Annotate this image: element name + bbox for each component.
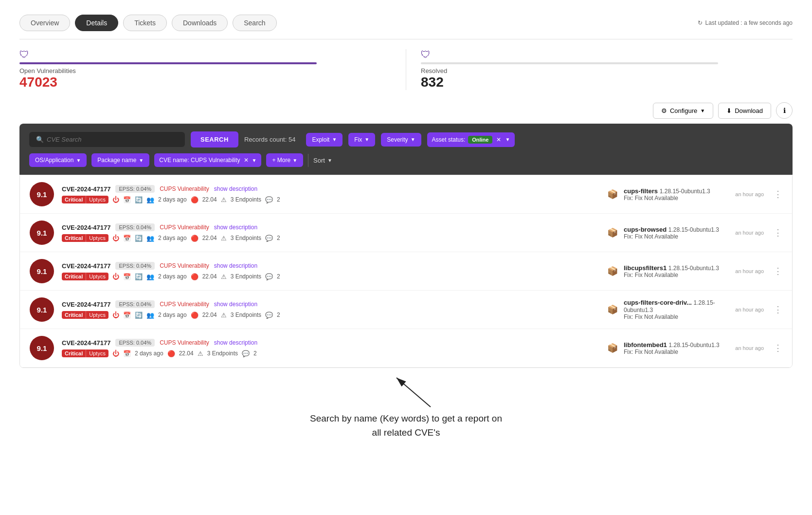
comment-icon: 💬: [265, 196, 273, 203]
power-icon: ⏻: [112, 311, 119, 319]
tab-search[interactable]: Search: [233, 15, 276, 31]
severity-badge: Critical Uptycs: [62, 196, 108, 203]
show-description-link[interactable]: show description: [214, 224, 257, 231]
severity-badge: Critical Uptycs: [62, 234, 108, 242]
cups-vulnerability-link[interactable]: CUPS Vulnerability: [160, 224, 209, 231]
nav-tabs: Overview Details Tickets Downloads Searc…: [19, 15, 277, 31]
stats-section: 🛡 Open Vulnerabilities 47023 🛡 Resolved …: [19, 39, 793, 95]
pkg-fix: Fix: Fix Not Available: [624, 349, 724, 355]
show-description-link[interactable]: show description: [214, 185, 257, 192]
user-icon: 👥: [146, 196, 154, 203]
pkg-name: libcupsfilters1: [624, 264, 667, 272]
power-icon: ⏻: [112, 196, 119, 203]
cve-id: CVE-2024-47177: [62, 301, 110, 308]
cups-vulnerability-link[interactable]: CUPS Vulnerability: [160, 339, 209, 346]
cve-id: CVE-2024-47177: [62, 185, 110, 193]
comments: 2: [277, 235, 280, 241]
endpoints: 3 Endpoints: [231, 196, 261, 203]
pkg-fix: Fix: Fix Not Available: [624, 313, 724, 320]
os-version: 22.04: [179, 350, 194, 357]
show-description-link[interactable]: show description: [214, 301, 257, 308]
download-button[interactable]: ⬇ Download: [718, 103, 771, 119]
os-version: 22.04: [202, 235, 217, 241]
os-icon: 🔴: [191, 235, 198, 242]
fix-caret-icon: ▼: [364, 137, 369, 142]
gear-icon: ⚙: [661, 107, 667, 114]
comments: 2: [277, 312, 280, 318]
records-count: Records count: 54: [244, 136, 296, 143]
caret-down-icon: ▼: [700, 108, 705, 113]
show-description-link[interactable]: show description: [214, 339, 257, 346]
package-info: cups-browsed 1.28.15-0ubuntu1.3 Fix: Fix…: [624, 226, 724, 240]
package-icon: 📦: [607, 304, 618, 315]
row-menu-button[interactable]: ⋮: [774, 266, 782, 276]
package-icon: 📦: [607, 266, 618, 276]
cve-score-badge: 9.1: [30, 259, 54, 283]
last-updated-text: ↻ Last updated : a few seconds ago: [698, 19, 793, 26]
info-button[interactable]: ℹ: [776, 102, 793, 119]
tab-overview[interactable]: Overview: [19, 15, 70, 31]
pkg-time: an hour ago: [735, 268, 764, 274]
annotation-section: Search by name (Key words) to get a repo…: [19, 368, 793, 449]
refresh-icon: ↻: [698, 19, 703, 26]
os-app-chip[interactable]: OS/Application ▼: [29, 153, 87, 167]
pkg-fix: Fix: Fix Not Available: [624, 195, 724, 202]
cups-vulnerability-link[interactable]: CUPS Vulnerability: [160, 185, 209, 192]
resolved-label: Resolved: [421, 67, 793, 74]
days-ago: 2 days ago: [158, 312, 187, 318]
epss-badge: EPSS: 0.04%: [115, 262, 155, 270]
cve-main-info: CVE-2024-47177 EPSS: 0.04% CUPS Vulnerab…: [62, 339, 597, 357]
package-info: libfontembed1 1.28.15-0ubuntu1.3 Fix: Fi…: [624, 341, 724, 355]
asset-status-chip[interactable]: Asset status: Online ✕ ▼: [427, 132, 515, 147]
severity-chip[interactable]: Severity ▼: [381, 133, 421, 147]
comment-icon: 💬: [265, 235, 273, 242]
exploit-chip[interactable]: Exploit ▼: [306, 133, 343, 147]
comment-icon: 💬: [265, 312, 273, 319]
endpoints: 3 Endpoints: [207, 350, 238, 357]
pkg-version: 1.28.15-0ubuntu1.3: [668, 226, 719, 233]
pkg-fix: Fix: Fix Not Available: [624, 233, 724, 240]
more-button[interactable]: + More ▼: [266, 153, 303, 167]
calendar-icon: 📅: [123, 273, 131, 280]
calendar-icon: 📅: [123, 350, 131, 357]
filter-panel: 🔍 SEARCH Records count: 54 Exploit ▼ Fix…: [19, 124, 793, 175]
tab-tickets[interactable]: Tickets: [123, 15, 167, 31]
sort-button[interactable]: Sort ▼: [308, 154, 337, 167]
cve-main-info: CVE-2024-47177 EPSS: 0.04% CUPS Vulnerab…: [62, 223, 597, 242]
search-button[interactable]: SEARCH: [191, 131, 238, 147]
pkg-name-chip[interactable]: Package name ▼: [91, 153, 149, 167]
row-menu-button[interactable]: ⋮: [774, 304, 782, 315]
row-menu-button[interactable]: ⋮: [774, 189, 782, 200]
os-version: 22.04: [202, 196, 217, 203]
cve-search-box: 🔍: [29, 132, 185, 147]
pkg-name: libfontembed1: [624, 341, 667, 349]
cve-name-x-icon[interactable]: ✕: [244, 157, 249, 164]
os-icon: 🔴: [191, 196, 198, 203]
cve-score-badge: 9.1: [30, 221, 54, 245]
comment-icon: 💬: [242, 350, 250, 357]
cve-search-input[interactable]: [47, 136, 178, 143]
asset-status-x-icon[interactable]: ✕: [496, 136, 501, 143]
package-icon: 📦: [607, 189, 618, 200]
open-vuln-value: 47023: [19, 74, 391, 90]
power-icon: ⏻: [112, 234, 119, 242]
endpoints: 3 Endpoints: [231, 312, 261, 318]
cups-vulnerability-link[interactable]: CUPS Vulnerability: [160, 301, 209, 308]
fix-chip[interactable]: Fix ▼: [348, 133, 375, 147]
annotation-text: Search by name (Key words) to get a repo…: [310, 412, 502, 440]
os-icon: 🔴: [191, 273, 198, 280]
row-menu-button[interactable]: ⋮: [774, 343, 782, 353]
pkg-time: an hour ago: [735, 230, 764, 236]
cve-name-chip[interactable]: CVE name: CUPS Vulnerability ✕ ▼: [154, 153, 261, 167]
cups-vulnerability-link[interactable]: CUPS Vulnerability: [160, 262, 209, 269]
tab-details[interactable]: Details: [75, 15, 118, 31]
configure-button[interactable]: ⚙ Configure ▼: [653, 103, 713, 119]
severity-badge: Critical Uptycs: [62, 273, 108, 280]
show-description-link[interactable]: show description: [214, 262, 257, 269]
calendar-icon: 📅: [123, 196, 131, 203]
tab-downloads[interactable]: Downloads: [172, 15, 228, 31]
more-caret-icon: ▼: [292, 158, 297, 163]
row-menu-button[interactable]: ⋮: [774, 227, 782, 238]
cve-main-info: CVE-2024-47177 EPSS: 0.04% CUPS Vulnerab…: [62, 262, 597, 280]
asset-status-caret-icon: ▼: [505, 137, 510, 142]
